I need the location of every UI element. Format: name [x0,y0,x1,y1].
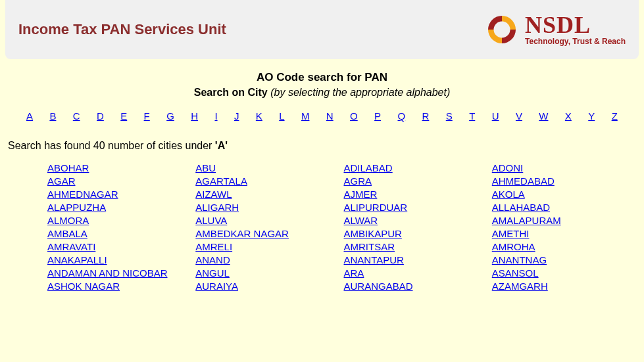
nsdl-logo-icon [485,13,518,46]
city-link[interactable]: ANGUL [195,267,230,279]
sub-heading-italic: (by selecting the appropriate alphabet) [270,87,450,98]
city-link[interactable]: AMBIKAPUR [344,228,402,239]
city-link[interactable]: AURANGABAD [344,281,413,292]
city-link[interactable]: AMRAVATI [47,241,95,252]
alphabet-link-k[interactable]: K [256,110,262,122]
city-link[interactable]: ALWAR [344,215,378,226]
city-grid: ABOHARABUADILABADADONIAGARAGARTALAAGRAAH… [8,162,636,292]
alphabet-link-o[interactable]: O [350,110,358,122]
alphabet-link-g[interactable]: G [166,110,174,122]
city-link[interactable]: ALLAHABAD [492,202,550,213]
header-title: Income Tax PAN Services Unit [18,21,226,38]
city-link[interactable]: AHMEDNAGAR [47,189,118,200]
alphabet-link-y[interactable]: Y [588,110,595,122]
alphabet-link-p[interactable]: P [374,110,381,122]
city-link[interactable]: AMRITSAR [344,241,395,252]
nsdl-logo: NSDL Technology, Trust & Reach [485,13,626,46]
alphabet-link-i[interactable]: I [214,110,217,122]
alphabet-link-q[interactable]: Q [397,110,405,122]
city-link[interactable]: AURAIYA [195,281,238,292]
alphabet-link-x[interactable]: X [565,110,572,122]
city-link[interactable]: AHMEDABAD [492,175,555,187]
alphabet-link-e[interactable]: E [120,110,127,122]
alphabet-link-s[interactable]: S [446,110,453,122]
alphabet-link-w[interactable]: W [539,110,548,122]
city-link[interactable]: AMBEDKAR NAGAR [195,228,289,239]
city-link[interactable]: ANANTNAG [492,254,547,265]
city-link[interactable]: ASANSOL [492,267,539,279]
city-link[interactable]: ALMORA [47,215,89,226]
alphabet-row: ABCDEFGHIJKLMNOPQRSTUVWXYZ [8,110,636,122]
city-link[interactable]: ADILABAD [344,162,393,173]
alphabet-link-j[interactable]: J [234,110,239,122]
sub-heading: Search on City (by selecting the appropr… [8,87,636,99]
alphabet-link-n[interactable]: N [326,110,334,122]
alphabet-link-b[interactable]: B [49,110,56,122]
city-link[interactable]: AKOLA [492,189,525,200]
result-letter: 'A' [215,140,228,151]
city-link[interactable]: ANAKAPALLI [47,254,107,265]
city-link[interactable]: AMRELI [195,241,232,252]
alphabet-link-r[interactable]: R [422,110,430,122]
alphabet-link-z[interactable]: Z [612,110,618,122]
result-text: Search has found 40 number of cities und… [8,140,636,152]
alphabet-link-h[interactable]: H [191,110,198,122]
city-link[interactable]: AJMER [344,189,378,200]
alphabet-link-u[interactable]: U [492,110,499,122]
city-link[interactable]: AGARTALA [195,175,247,187]
city-link[interactable]: AMALAPURAM [492,215,561,226]
alphabet-link-t[interactable]: T [469,110,475,122]
city-link[interactable]: AMETHI [492,228,530,239]
alphabet-link-l[interactable]: L [279,110,284,122]
city-link[interactable]: ALAPPUZHA [47,202,106,213]
alphabet-link-c[interactable]: C [73,110,80,122]
city-link[interactable]: AGAR [47,175,76,187]
city-link[interactable]: AIZAWL [195,189,232,200]
alphabet-link-f[interactable]: F [144,110,150,122]
city-link[interactable]: ANANTAPUR [344,254,404,265]
alphabet-link-m[interactable]: M [301,110,310,122]
city-link[interactable]: ABOHAR [47,162,89,173]
city-link[interactable]: ALUVA [195,215,227,226]
main-heading: AO Code search for PAN [8,71,636,84]
city-link[interactable]: ANAND [195,254,230,265]
city-link[interactable]: ADONI [492,162,524,173]
city-link[interactable]: AGRA [344,175,372,187]
city-link[interactable]: ALIGARH [195,202,239,213]
result-prefix: Search has found 40 number of cities und… [8,140,215,151]
alphabet-link-v[interactable]: V [516,110,522,122]
city-link[interactable]: ANDAMAN AND NICOBAR [47,267,168,279]
nsdl-logo-main: NSDL [525,13,591,37]
alphabet-link-a[interactable]: A [26,110,33,122]
nsdl-logo-tagline: Technology, Trust & Reach [525,37,626,46]
city-link[interactable]: ASHOK NAGAR [47,281,120,292]
page-header: Income Tax PAN Services Unit NSDL Techno… [5,0,639,59]
city-link[interactable]: ALIPURDUAR [344,202,408,213]
nsdl-logo-text: NSDL Technology, Trust & Reach [525,13,626,46]
city-link[interactable]: AMBALA [47,228,87,239]
sub-heading-bold: Search on City [194,87,268,98]
city-link[interactable]: ABU [195,162,216,173]
city-link[interactable]: AMROHA [492,241,535,252]
city-link[interactable]: AZAMGARH [492,281,548,292]
city-link[interactable]: ARA [344,267,364,279]
alphabet-link-d[interactable]: D [97,110,104,122]
content-area: AO Code search for PAN Search on City (b… [0,59,644,304]
